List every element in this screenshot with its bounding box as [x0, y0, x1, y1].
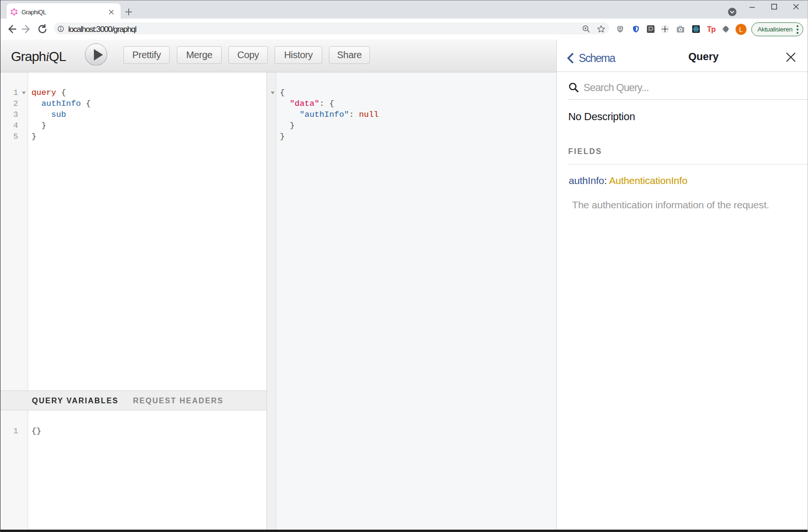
- svg-text:uo: uo: [619, 27, 622, 30]
